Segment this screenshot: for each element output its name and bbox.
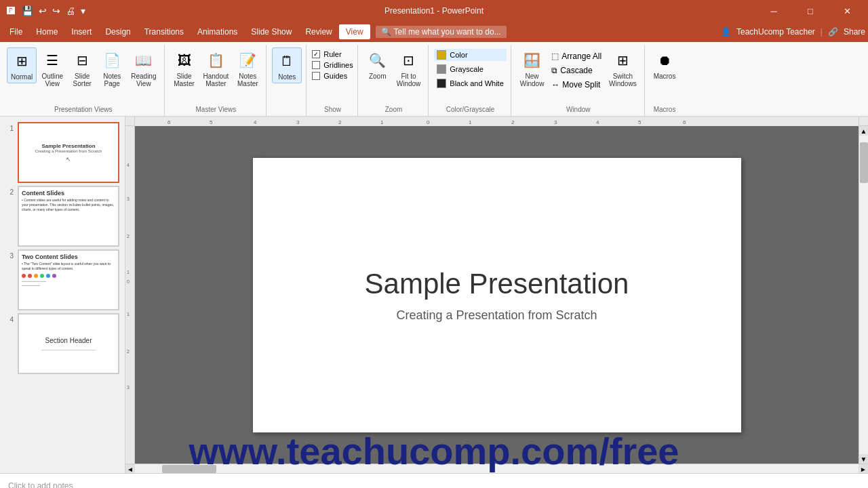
window-title: Presentation1 - PowerPoint <box>384 6 484 16</box>
slide-main-subtitle[interactable]: Creating a Presentation from Scratch <box>396 308 597 323</box>
menu-home[interactable]: Home <box>29 24 64 39</box>
grayscale-btn[interactable]: Grayscale <box>434 63 506 75</box>
reading-view-btn[interactable]: 📖 ReadingView <box>127 47 159 89</box>
bw-btn[interactable]: Black and White <box>434 77 506 89</box>
menu-view[interactable]: View <box>339 24 370 39</box>
master-views-group: 🖼 SlideMaster 📋 HandoutMaster 📝 NotesMas… <box>166 45 267 116</box>
notes-master-btn[interactable]: 📝 NotesMaster <box>233 47 262 89</box>
hscroll-track[interactable] <box>135 464 859 473</box>
ruler-checkbox-item[interactable]: ✓ Ruler <box>312 50 353 58</box>
print-btn[interactable]: 🖨 <box>64 4 77 18</box>
zoom-group: 🔍 Zoom ⊡ Fit toWindow Zoom <box>359 45 429 116</box>
guides-checkbox[interactable] <box>312 72 320 80</box>
menu-insert[interactable]: Insert <box>64 24 98 39</box>
slide-thumb-1[interactable]: 1 Sample Presentation Creating a Present… <box>3 122 122 183</box>
macros-btn[interactable]: ⏺ Macros <box>650 47 679 82</box>
zoom-buttons: 🔍 Zoom ⊡ Fit toWindow <box>363 45 425 104</box>
notes-page-btn[interactable]: 📄 NotesPage <box>98 47 126 89</box>
slide-num-2: 2 <box>3 188 14 196</box>
vscroll-track[interactable] <box>859 136 868 454</box>
outline-view-btn[interactable]: ☰ OutlineView <box>38 47 66 89</box>
svg-text:0: 0 <box>427 119 430 125</box>
undo-btn[interactable]: ↩ <box>37 4 48 18</box>
window-buttons: 🪟 NewWindow ⬚ Arrange All ⧉ Cascade ↔ Mo… <box>517 45 640 104</box>
menu-transitions[interactable]: Transitions <box>138 24 191 39</box>
gridlines-checkbox-item[interactable]: Gridlines <box>312 61 353 69</box>
svg-text:3: 3 <box>554 119 557 125</box>
sorter-icon: ⊟ <box>71 49 93 71</box>
minimize-btn[interactable]: ─ <box>758 0 789 22</box>
ribbon: ⊞ Normal ☰ OutlineView ⊟ SlideSorter 📄 N… <box>0 42 868 117</box>
slide-master-btn[interactable]: 🖼 SlideMaster <box>170 47 199 89</box>
guides-checkbox-item[interactable]: Guides <box>312 72 353 80</box>
share-btn[interactable]: 🔗 <box>828 27 838 37</box>
arrange-all-btn[interactable]: ⬚ Arrange All <box>549 50 604 62</box>
menu-review[interactable]: Review <box>298 24 338 39</box>
zoom-icon: 🔍 <box>367 49 389 71</box>
s3-text: • The "Two Content" slide layout is usef… <box>22 262 115 271</box>
s1-title: Sample Presentation <box>41 143 95 149</box>
menu-animations[interactable]: Animations <box>191 24 244 39</box>
ruler-checkbox[interactable]: ✓ <box>312 50 320 58</box>
mv-label: Master Views <box>195 104 236 116</box>
quick-extra[interactable]: ▾ <box>79 4 87 18</box>
vscroll-down-btn[interactable]: ▼ <box>859 454 869 464</box>
slide-sorter-btn[interactable]: ⊟ SlideSorter <box>68 47 96 89</box>
slide-thumb-2[interactable]: 2 Content Slides • Content slides are us… <box>3 186 122 247</box>
new-window-label: NewWindow <box>520 73 545 87</box>
slide-thumb-3[interactable]: 3 Two Content Slides • The "Two Content"… <box>3 249 122 310</box>
menu-file[interactable]: File <box>3 24 29 39</box>
mv-buttons: 🖼 SlideMaster 📋 HandoutMaster 📝 NotesMas… <box>170 45 262 104</box>
svg-text:2: 2 <box>511 119 515 125</box>
menu-slideshow[interactable]: Slide Show <box>244 24 298 39</box>
fit-window-label: Fit toWindow <box>397 73 421 87</box>
notes-placeholder[interactable]: Click to add notes <box>8 481 73 489</box>
notes-bar[interactable]: Click to add notes <box>0 473 868 488</box>
slide-thumb-4[interactable]: 4 Section Header <box>3 313 122 374</box>
search-box[interactable]: 🔍 Tell me what you want to do... <box>376 26 507 38</box>
color-group-label: Color/Grayscale <box>446 104 495 116</box>
s4-title: Section Header <box>45 337 92 344</box>
h-ruler-svg: 6 5 4 3 2 1 0 1 2 3 4 5 6 <box>135 117 859 126</box>
switch-windows-btn[interactable]: ⊞ SwitchWindows <box>606 47 640 89</box>
redo-btn[interactable]: ↪ <box>51 4 62 18</box>
new-window-btn[interactable]: 🪟 NewWindow <box>517 47 548 89</box>
cascade-btn[interactable]: ⧉ Cascade <box>549 64 604 77</box>
hscroll-left-btn[interactable]: ◄ <box>125 464 135 473</box>
gridlines-checkbox[interactable] <box>312 61 320 69</box>
handout-master-btn[interactable]: 📋 HandoutMaster <box>200 47 233 89</box>
close-btn[interactable]: ✕ <box>831 0 863 22</box>
zoom-btn[interactable]: 🔍 Zoom <box>363 47 392 82</box>
hscroll-thumb[interactable] <box>162 465 216 473</box>
vscroll-thumb[interactable] <box>860 142 868 183</box>
notes-btn-label: Notes <box>278 73 296 81</box>
separator: | <box>821 27 823 37</box>
menu-design[interactable]: Design <box>98 24 137 39</box>
notes-btn[interactable]: 🗒 Notes <box>272 47 302 83</box>
slide-num-4: 4 <box>3 316 14 323</box>
normal-view-btn[interactable]: ⊞ Normal <box>7 47 37 83</box>
fit-window-btn[interactable]: ⊡ Fit toWindow <box>393 47 425 89</box>
svg-text:1: 1 <box>469 119 472 125</box>
svg-text:3: 3 <box>296 119 300 125</box>
vertical-scrollbar[interactable]: ▲ ▼ <box>859 126 868 464</box>
slide-main-title[interactable]: Sample Presentation <box>365 268 629 300</box>
canvas-area: 6 5 4 3 2 1 0 1 2 3 4 5 6 <box>125 117 868 473</box>
share-label[interactable]: Share <box>844 27 865 37</box>
switch-label: SwitchWindows <box>609 73 637 87</box>
outline-label: OutlineView <box>41 73 63 87</box>
window-small-btns: ⬚ Arrange All ⧉ Cascade ↔ Move Split <box>549 47 604 91</box>
maximize-btn[interactable]: □ <box>795 0 826 22</box>
zoom-label: Zoom <box>369 73 387 80</box>
vscroll-up-btn[interactable]: ▲ <box>859 126 869 136</box>
canvas-wrapper[interactable]: Sample Presentation Creating a Presentat… <box>135 126 859 464</box>
hscroll-right-btn[interactable]: ► <box>859 464 868 473</box>
quick-access-toolbar: 💾 ↩ ↪ 🖨 ▾ <box>20 4 87 18</box>
move-split-btn[interactable]: ↔ Move Split <box>549 79 604 91</box>
reading-icon: 📖 <box>133 49 155 71</box>
color-btn[interactable]: Color <box>434 49 506 61</box>
app-icon: 🅿 <box>5 5 16 16</box>
main-content: 1 Sample Presentation Creating a Present… <box>0 117 868 473</box>
save-btn[interactable]: 💾 <box>20 4 35 18</box>
username[interactable]: TeachUcomp Teacher <box>736 27 815 37</box>
